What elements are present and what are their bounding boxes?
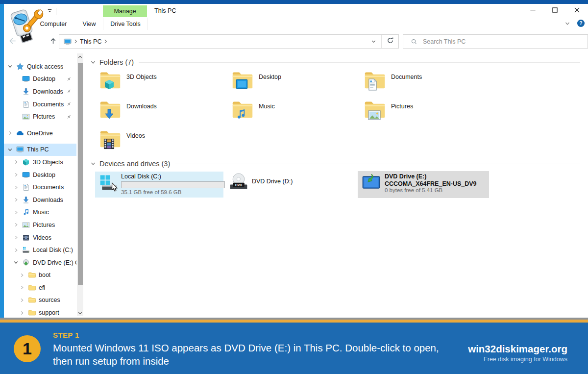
folder-tile-documents[interactable]: Documents <box>364 70 496 100</box>
sidebar-item-label: Downloads <box>33 197 63 203</box>
sidebar-item-desktop[interactable]: Desktop <box>4 73 76 86</box>
sidebar-item-desktop[interactable]: Desktop <box>4 169 76 181</box>
address-bar[interactable]: This PC <box>59 34 399 49</box>
chevron-right-icon[interactable] <box>19 298 25 303</box>
minimize-button[interactable] <box>522 4 544 18</box>
sidebar-item-downloads[interactable]: Downloads <box>4 85 76 98</box>
address-dropdown-chevron-icon[interactable] <box>366 39 381 44</box>
folder-tile-desktop[interactable]: Desktop <box>231 70 364 100</box>
sidebar-item-label: 3D Objects <box>33 159 63 166</box>
tab-drive-tools[interactable]: Drive Tools <box>103 18 148 30</box>
chevron-down-icon[interactable] <box>90 59 96 65</box>
chevron-down-icon[interactable] <box>13 260 19 265</box>
search-input[interactable] <box>422 38 588 46</box>
sidebar-item-local-disk-c[interactable]: Local Disk (C:) <box>4 244 76 256</box>
sidebar-item-support[interactable]: support <box>4 306 76 318</box>
sidebar-item-pictures[interactable]: Pictures <box>4 110 76 123</box>
breadcrumb-separator-icon <box>74 39 77 44</box>
dvd-disc-icon: DVD <box>228 172 249 198</box>
pictures-icon <box>22 113 30 121</box>
chevron-right-icon[interactable] <box>19 310 25 316</box>
close-button[interactable] <box>566 4 588 18</box>
content-pane: Folders (7) 3D ObjectsDesktopDocumentsDo… <box>84 51 588 318</box>
disk-usage-bar <box>121 181 225 188</box>
customize-toolbar-icon[interactable] <box>47 7 53 16</box>
sidebar-item-music[interactable]: Music <box>4 206 76 219</box>
quick-access-star-icon <box>16 62 24 71</box>
sidebar-item-efi[interactable]: efi <box>4 281 76 294</box>
sidebar-item-documents[interactable]: Documents <box>4 98 76 111</box>
dvd-mounted-icon <box>22 258 30 267</box>
chevron-down-icon[interactable] <box>7 147 13 152</box>
scrollbar-thumb[interactable] <box>78 63 83 285</box>
pictures-icon <box>22 221 30 229</box>
sidebar-item-label: Videos <box>33 234 51 241</box>
banner-body: 1 STEP 1 Mounted Windows 11 ISO appears … <box>0 323 588 374</box>
chevron-right-icon[interactable] <box>19 273 25 278</box>
chevron-right-icon[interactable] <box>13 248 19 253</box>
search-icon <box>411 38 417 45</box>
chevron-down-icon[interactable] <box>7 64 13 69</box>
chevron-right-icon[interactable] <box>7 130 13 136</box>
sidebar-item-boot[interactable]: boot <box>4 269 76 282</box>
chevron-right-icon[interactable] <box>13 235 19 240</box>
sidebar-item-documents[interactable]: Documents <box>4 181 76 194</box>
sidebar-item-quick-access[interactable]: Quick access <box>4 60 76 73</box>
sidebar-item-label: support <box>39 309 59 316</box>
sidebar-item-label: efi <box>39 284 45 291</box>
manage-contextual-tab[interactable]: Manage <box>103 5 147 17</box>
folder-tile-downloads[interactable]: Downloads <box>99 100 231 129</box>
tab-view[interactable]: View <box>76 18 102 30</box>
chevron-right-icon[interactable] <box>19 285 25 290</box>
folder-tile-label: 3D Objects <box>126 74 157 80</box>
frame-top-border <box>0 0 588 4</box>
step-description-line2: then run setup from inside <box>53 355 169 367</box>
quick-access-toolbar[interactable] <box>47 7 56 16</box>
folder-tile-music[interactable]: Music <box>231 100 364 129</box>
scroll-up-arrow-icon[interactable] <box>77 53 83 60</box>
breadcrumb[interactable]: This PC <box>80 38 101 45</box>
sidebar-item-pictures[interactable]: Pictures <box>4 219 76 231</box>
sidebar-item-downloads[interactable]: Downloads <box>4 194 76 206</box>
folders-group-header[interactable]: Folders (7) <box>90 57 580 67</box>
maximize-button[interactable] <box>544 4 566 18</box>
sidebar-scrollbar[interactable] <box>77 53 83 316</box>
sidebar-item-label: Pictures <box>33 113 55 120</box>
documents-icon <box>22 183 30 192</box>
folder-tile-pictures[interactable]: Pictures <box>364 100 496 129</box>
svg-text:?: ? <box>579 21 582 26</box>
refresh-button[interactable] <box>381 35 398 48</box>
chevron-right-icon[interactable] <box>13 159 19 165</box>
folder-tile-3d-objects[interactable]: 3D Objects <box>99 70 231 100</box>
window-title: This PC <box>154 7 176 14</box>
videos-icon <box>22 233 30 242</box>
help-icon[interactable]: ? <box>577 19 585 29</box>
chevron-right-icon[interactable] <box>13 222 19 227</box>
drive-tile-dvd-d[interactable]: DVD DVD Drive (D:) <box>226 172 336 198</box>
monitor-icon <box>236 78 248 93</box>
drive-tile-dvd-e[interactable]: DVD Drive (E:) CCCOMA_X64FRE_EN-US_DV9 0… <box>358 171 489 198</box>
folder-icon <box>99 70 122 92</box>
expand-ribbon-chevron-icon[interactable] <box>564 20 571 29</box>
folder-tile-videos[interactable]: Videos <box>99 129 231 158</box>
sidebar-item-dvd-drive-e-c[interactable]: DVD Drive (E:) C <box>4 256 76 269</box>
sidebar-item-this-pc[interactable]: This PC <box>4 144 76 156</box>
chevron-right-icon[interactable] <box>13 185 19 190</box>
folder-tile-label: Music <box>259 103 275 110</box>
chevron-right-icon[interactable] <box>13 172 19 177</box>
chevron-down-icon[interactable] <box>90 161 96 167</box>
chevron-right-icon[interactable] <box>13 197 19 202</box>
devices-group-header[interactable]: Devices and drives (3) <box>90 159 580 169</box>
search-box[interactable] <box>403 34 588 49</box>
drive-name: Local Disk (C:) <box>121 173 225 180</box>
sidebar-item-3d-objects[interactable]: 3D Objects <box>4 156 76 169</box>
music-icon <box>22 208 30 217</box>
sidebar-item-onedrive[interactable]: OneDrive <box>4 127 76 140</box>
scroll-down-arrow-icon[interactable] <box>77 309 83 316</box>
sidebar-item-videos[interactable]: Videos <box>4 231 76 244</box>
sidebar-item-sources[interactable]: sources <box>4 294 76 307</box>
group-divider <box>139 62 580 63</box>
chevron-right-icon[interactable] <box>13 210 19 215</box>
up-button[interactable] <box>49 37 57 47</box>
group-divider <box>175 164 580 164</box>
